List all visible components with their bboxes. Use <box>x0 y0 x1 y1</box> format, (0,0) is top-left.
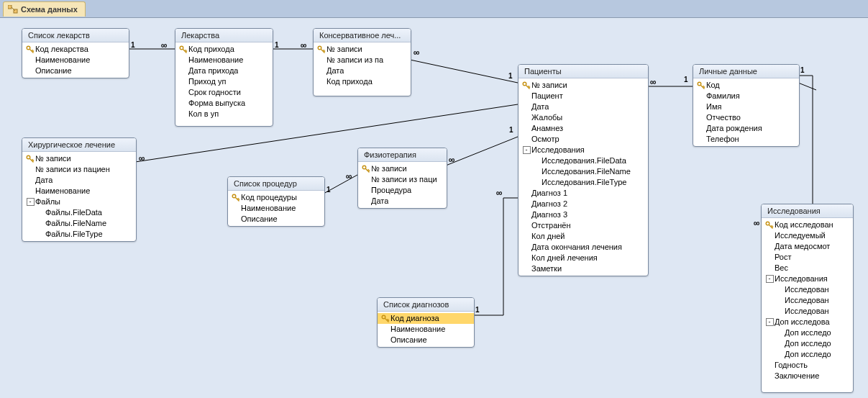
field-row[interactable]: Отстранён <box>518 220 648 231</box>
field-row[interactable]: Заключение <box>762 371 853 381</box>
field-row[interactable]: Дата <box>314 65 411 76</box>
field-row[interactable]: Жалобы <box>518 112 648 123</box>
table-drugs[interactable]: Лекарства Код приходаНаименованиеДата пр… <box>175 28 273 127</box>
field-row[interactable]: № записи <box>314 44 411 55</box>
field-row[interactable]: Форма выпуска <box>175 98 273 109</box>
field-row[interactable]: Рост <box>762 252 853 263</box>
field-list[interactable]: Код исследованИсследуемыйДата медосмотРо… <box>762 218 853 392</box>
field-row[interactable]: Файлы.FileData <box>22 207 136 218</box>
field-row[interactable]: Исследован <box>762 295 853 306</box>
field-list[interactable]: Код приходаНаименованиеДата приходаПрихо… <box>175 42 273 126</box>
field-row[interactable]: Кол дней лечения <box>518 253 648 263</box>
field-row[interactable]: Диагноз 2 <box>518 199 648 209</box>
field-row[interactable]: Исследован <box>762 306 853 317</box>
field-row[interactable]: Телефон <box>693 134 799 145</box>
field-row[interactable]: Описание <box>228 214 324 225</box>
table-title[interactable]: Личные данные <box>693 65 799 78</box>
field-row[interactable]: № записи <box>518 80 648 91</box>
field-row[interactable]: № записи из па <box>314 55 411 65</box>
field-row[interactable]: -Исследования <box>762 273 853 284</box>
field-row[interactable]: Исследования.FileType <box>518 177 648 188</box>
table-personal-data[interactable]: Личные данные КодФамилияИмяОтчествоДата … <box>693 64 800 147</box>
table-physiotherapy[interactable]: Физиотерапия № записи№ записи из пациПро… <box>357 148 447 209</box>
field-row[interactable]: № записи из пациен <box>22 164 136 175</box>
field-row[interactable]: Осмотр <box>518 134 648 145</box>
field-row[interactable]: Наименование <box>378 324 474 335</box>
field-row[interactable]: № записи <box>358 163 447 174</box>
field-row[interactable]: Заметки <box>518 263 648 274</box>
field-row[interactable]: Дата прихода <box>175 65 273 76</box>
field-row[interactable]: Файлы.FileName <box>22 218 136 229</box>
field-row[interactable]: Код процедуры <box>228 192 324 203</box>
field-row[interactable]: Вес <box>762 263 853 273</box>
table-title[interactable]: Лекарства <box>175 29 273 42</box>
field-row[interactable]: Наименование <box>22 186 136 196</box>
field-row[interactable]: Процедура <box>358 185 447 196</box>
field-row[interactable]: Диагноз 3 <box>518 209 648 220</box>
table-title[interactable]: Хирургическое лечение <box>22 138 136 152</box>
field-row[interactable]: Код прихода <box>314 76 411 87</box>
field-row[interactable]: Исследования.FileName <box>518 166 648 177</box>
table-title[interactable]: Исследования <box>762 204 853 218</box>
field-row[interactable]: Код <box>693 80 799 91</box>
field-row[interactable]: Наименование <box>22 55 129 65</box>
table-procedure-list[interactable]: Список процедур Код процедурыНаименовани… <box>227 176 325 227</box>
field-row[interactable]: Дата <box>358 196 447 207</box>
field-row[interactable]: Файлы.FileType <box>22 229 136 240</box>
field-row[interactable]: Приход уп <box>175 76 273 87</box>
table-drug-list[interactable]: Список лекарств Код лекарстваНаименовани… <box>22 28 129 78</box>
field-row[interactable]: Годность <box>762 360 853 371</box>
field-row[interactable]: Код исследован <box>762 220 853 230</box>
tab-schema[interactable]: Схема данных <box>3 1 86 17</box>
field-row[interactable]: Имя <box>693 101 799 112</box>
field-row[interactable]: № записи из паци <box>358 174 447 185</box>
field-row[interactable]: Дата <box>22 175 136 186</box>
field-row[interactable]: Дата <box>518 101 648 112</box>
table-title[interactable]: Список лекарств <box>22 29 129 42</box>
expand-toggle[interactable]: - <box>764 318 775 326</box>
field-row[interactable]: Код прихода <box>175 44 273 55</box>
field-row[interactable]: № записи <box>22 153 136 164</box>
expand-toggle[interactable]: - <box>764 275 775 283</box>
field-row[interactable]: Пациент <box>518 91 648 101</box>
field-row[interactable]: Описание <box>22 65 129 76</box>
table-title[interactable]: Список диагнозов <box>378 298 474 312</box>
field-row[interactable]: Наименование <box>228 203 324 214</box>
field-row[interactable]: Кол дней <box>518 231 648 242</box>
field-row[interactable]: Дата рождения <box>693 123 799 134</box>
expand-toggle[interactable]: - <box>521 146 531 154</box>
table-title[interactable]: Консервативное леч... <box>314 29 411 42</box>
field-row[interactable]: Исследуемый <box>762 230 853 241</box>
table-title[interactable]: Список процедур <box>228 177 324 191</box>
table-conservative-treatment[interactable]: Консервативное леч... № записи№ записи и… <box>313 28 411 96</box>
field-row[interactable]: -Исследования <box>518 145 648 155</box>
field-row[interactable]: Фамилия <box>693 91 799 101</box>
field-row[interactable]: Диагноз 1 <box>518 188 648 199</box>
field-row[interactable]: Описание <box>378 335 474 345</box>
field-row[interactable]: Исследования.FileData <box>518 155 648 166</box>
field-row[interactable]: Наименование <box>175 55 273 65</box>
field-row[interactable]: Доп исследо <box>762 349 853 360</box>
field-row[interactable]: Отчество <box>693 112 799 123</box>
field-row[interactable]: Кол в уп <box>175 109 273 119</box>
table-patients[interactable]: Пациенты № записиПациентДатаЖалобыАнамне… <box>518 64 649 276</box>
table-surgical-treatment[interactable]: Хирургическое лечение № записи№ записи и… <box>22 137 137 242</box>
relationships-canvas[interactable]: 1 ∞ 1 ∞ ∞ 1 ∞ 1 ∞ ∞ 1 1 ∞ ∞ 1 1 ∞ Список… <box>0 18 868 398</box>
field-row[interactable]: Исследован <box>762 284 853 295</box>
table-diagnosis-list[interactable]: Список диагнозов Код диагнозаНаименовани… <box>377 297 475 348</box>
field-row[interactable]: Срок годности <box>175 87 273 98</box>
table-title[interactable]: Пациенты <box>518 65 648 78</box>
field-row[interactable]: Доп исследо <box>762 327 853 338</box>
table-research[interactable]: Исследования Код исследованИсследуемыйДа… <box>761 204 854 393</box>
table-title[interactable]: Физиотерапия <box>358 148 447 162</box>
field-row[interactable]: -Файлы <box>22 196 136 207</box>
field-row[interactable]: Код лекарства <box>22 44 129 55</box>
field-row[interactable]: Дата окончания лечения <box>518 242 648 253</box>
field-row[interactable]: -Доп исследова <box>762 317 853 327</box>
field-row[interactable]: Код диагноза <box>378 313 474 324</box>
field-row[interactable]: Анамнез <box>518 123 648 134</box>
field-row[interactable]: Доп исследо <box>762 338 853 349</box>
expand-toggle[interactable]: - <box>25 198 35 206</box>
field-row[interactable]: Дата медосмот <box>762 241 853 252</box>
field-list[interactable]: № записи№ записи из паДатаКод прихода <box>314 42 411 96</box>
